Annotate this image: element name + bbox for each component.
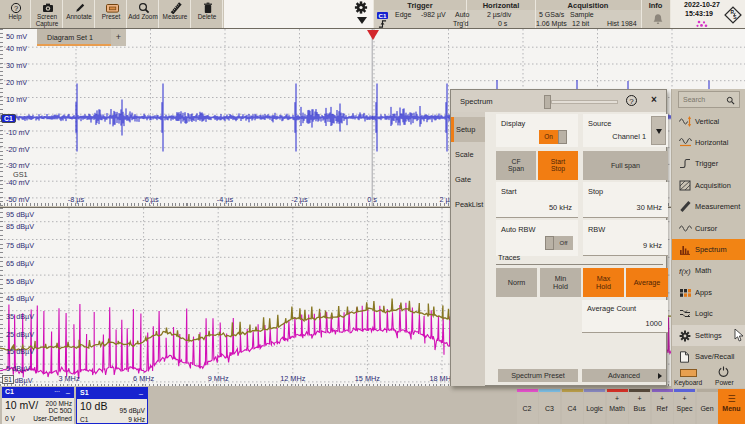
svg-text:f(x): f(x) [679,267,691,276]
svg-text:?: ? [13,4,17,13]
